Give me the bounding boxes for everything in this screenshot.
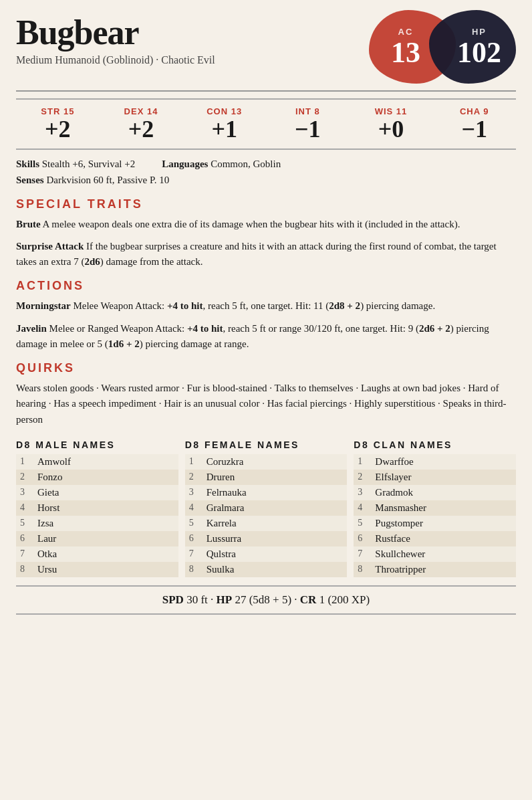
names-val: Elfslayer	[375, 472, 411, 483]
list-item: 7Qulstra	[185, 546, 348, 562]
names-val: Suulka	[207, 564, 235, 575]
ability-mod-cha: −1	[432, 116, 516, 143]
names-num: 1	[358, 456, 367, 467]
footer-spd-val: 30 ft	[186, 593, 208, 606]
names-num: 8	[358, 564, 367, 575]
list-item: 6Lussurra	[185, 531, 348, 546]
ac-label: AC	[398, 27, 414, 37]
list-item: 7Skullchewer	[354, 546, 516, 562]
names-num: 6	[20, 533, 29, 544]
female-names-header: D8 FEMALE NAMES	[185, 439, 348, 453]
names-val: Lussurra	[207, 533, 242, 544]
skills-block: Skills Stealth +6, Survival +2	[16, 157, 135, 172]
trait-brute-name: Brute	[16, 219, 41, 229]
names-num: 3	[20, 487, 29, 498]
list-item: 1Dwarffoe	[354, 454, 516, 470]
trait-brute-text: A melee weapon deals one extra die of it…	[43, 219, 460, 229]
action-javelin-name: Javelin	[16, 323, 47, 334]
names-val: Otka	[37, 548, 57, 560]
names-num: 4	[358, 502, 367, 513]
skills-languages-row: Skills Stealth +6, Survival +2 Languages…	[16, 157, 516, 172]
list-item: 4Mansmasher	[354, 500, 516, 516]
skills-value: Stealth +6, Survival +2	[42, 159, 135, 169]
footer-spd-label: SPD	[162, 593, 184, 606]
ability-mod-con: +1	[182, 116, 266, 143]
list-item: 2Druren	[185, 470, 348, 485]
ability-mod-int: −1	[266, 116, 350, 143]
ac-overlay: AC 13	[369, 10, 442, 84]
names-val: Mansmasher	[375, 502, 426, 514]
names-num: 2	[189, 472, 198, 482]
trait-surprise-text: If the bugbear surprises a creature and …	[16, 241, 497, 267]
page: Bugbear Medium Humanoid (Goblinoid) · Ch…	[0, 0, 532, 800]
footer-bar: SPD 30 ft · HP 27 (5d8 + 5) · CR 1 (200 …	[16, 585, 516, 615]
names-val: Horst	[37, 502, 59, 514]
hp-value: 102	[457, 38, 501, 68]
names-num: 2	[20, 472, 29, 482]
ability-cha: CHA 9 −1	[432, 106, 516, 143]
footer-dot2: ·	[294, 593, 300, 606]
clan-names-table: D8 CLAN NAMES 1Dwarffoe2Elfslayer3Gradmo…	[354, 439, 516, 577]
list-item: 5Pugstomper	[354, 516, 516, 531]
hp-label: HP	[472, 27, 487, 37]
list-item: 7Otka	[16, 546, 178, 562]
names-num: 2	[358, 472, 367, 482]
names-num: 5	[189, 518, 198, 528]
ability-str: STR 15 +2	[16, 106, 100, 143]
list-item: 2Fonzo	[16, 470, 178, 485]
list-item: 8Ursu	[16, 562, 178, 577]
list-item: 8Suulka	[185, 562, 348, 577]
footer-cr-val: 1 (200 XP)	[319, 593, 370, 606]
male-names-header: D8 MALE NAMES	[16, 439, 178, 453]
ability-scores: STR 15 +2 DEX 14 +2 CON 13 +1 INT 8 −1 W…	[16, 98, 516, 150]
names-val: Throatripper	[375, 564, 426, 575]
footer-hp-label: HP	[217, 593, 233, 606]
male-names-rows: 1Amwolf2Fonzo3Gieta4Horst5Izsa6Laur7Otka…	[16, 454, 178, 577]
names-val: Amwolf	[37, 456, 71, 468]
trait-brute: Brute A melee weapon deals one extra die…	[16, 217, 516, 232]
ability-name-wis: WIS 11	[350, 106, 433, 116]
list-item: 1Coruzkra	[185, 454, 348, 470]
male-names-table: D8 MALE NAMES 1Amwolf2Fonzo3Gieta4Horst5…	[16, 439, 178, 577]
list-item: 4Horst	[16, 500, 178, 516]
names-num: 8	[189, 564, 198, 575]
list-item: 1Amwolf	[16, 454, 178, 470]
names-val: Pugstomper	[375, 518, 423, 529]
names-val: Fonzo	[37, 472, 63, 483]
names-val: Izsa	[37, 518, 53, 529]
list-item: 8Throatripper	[354, 562, 516, 577]
action-javelin: Javelin Melee or Ranged Weapon Attack: +…	[16, 321, 516, 353]
info-block: Skills Stealth +6, Survival +2 Languages…	[16, 157, 516, 188]
title-block: Bugbear Medium Humanoid (Goblinoid) · Ch…	[16, 13, 369, 66]
action-morningstar-name: Morningstar	[16, 300, 71, 311]
names-num: 6	[189, 533, 198, 544]
names-section: D8 MALE NAMES 1Amwolf2Fonzo3Gieta4Horst5…	[16, 439, 516, 577]
list-item: 3Gieta	[16, 485, 178, 500]
names-val: Gradmok	[375, 487, 413, 498]
languages-text: Common, Goblin	[211, 159, 281, 169]
names-val: Qulstra	[207, 548, 236, 560]
list-item: 2Elfslayer	[354, 470, 516, 485]
hp-overlay: HP 102	[442, 10, 516, 84]
list-item: 4Gralmara	[185, 500, 348, 516]
names-num: 3	[189, 487, 198, 498]
names-num: 6	[358, 533, 367, 544]
female-names-rows: 1Coruzkra2Druren3Felrnauka4Gralmara5Karr…	[185, 454, 348, 577]
names-val: Laur	[37, 533, 56, 544]
ability-con: CON 13 +1	[182, 106, 266, 143]
footer-hp-val: 27 (5d8 + 5)	[235, 593, 291, 606]
list-item: 5Karrela	[185, 516, 348, 531]
list-item: 5Izsa	[16, 516, 178, 531]
names-num: 7	[358, 548, 367, 559]
footer-dot1: ·	[211, 593, 217, 606]
names-val: Coruzkra	[207, 456, 244, 468]
female-names-table: D8 FEMALE NAMES 1Coruzkra2Druren3Felrnau…	[185, 439, 348, 577]
list-item: 3Gradmok	[354, 485, 516, 500]
creature-name: Bugbear	[16, 13, 369, 52]
trait-surprise-name: Surprise Attack	[16, 241, 84, 252]
names-num: 4	[189, 502, 198, 513]
ability-int: INT 8 −1	[266, 106, 350, 143]
names-num: 5	[20, 518, 29, 528]
ability-wis: WIS 11 +0	[350, 106, 433, 143]
header: Bugbear Medium Humanoid (Goblinoid) · Ch…	[16, 13, 516, 84]
